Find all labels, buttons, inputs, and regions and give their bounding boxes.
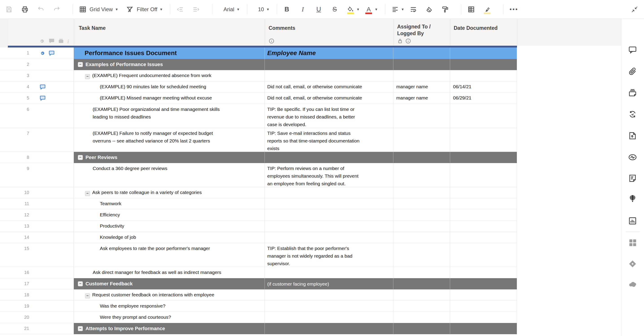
cell-comments[interactable]: TIP: Perform reviews on a number of empl… xyxy=(265,163,393,187)
collapse-toggle[interactable]: − xyxy=(78,326,83,331)
row-number[interactable]: 7 xyxy=(8,128,29,152)
cell-date[interactable] xyxy=(450,47,517,59)
cell-date[interactable] xyxy=(450,59,517,70)
cell-assigned[interactable]: manager name xyxy=(393,93,450,104)
cell-assigned[interactable] xyxy=(393,163,450,187)
row-number[interactable]: 8 xyxy=(8,152,29,163)
font-color-button[interactable]: A xyxy=(364,4,374,14)
row-number[interactable]: 3 xyxy=(8,70,29,81)
collapse-toggle[interactable]: − xyxy=(78,62,83,67)
cell-comments[interactable]: TIP: Save e-mail interactions and status… xyxy=(265,128,393,152)
cell-task-name[interactable]: Ask direct manager for feedback as well … xyxy=(74,267,265,278)
row-number[interactable]: 11 xyxy=(8,198,29,209)
row-number[interactable]: 20 xyxy=(8,312,29,323)
cell-date[interactable] xyxy=(450,267,517,278)
column-header-comments[interactable]: Comments xyxy=(268,25,295,31)
row-number[interactable]: 1 xyxy=(8,47,29,59)
cell-assigned[interactable] xyxy=(393,47,450,59)
cell-date[interactable]: 06/29/21 xyxy=(450,93,517,104)
column-divider[interactable] xyxy=(74,19,74,46)
collapse-toggle[interactable]: − xyxy=(78,155,83,160)
cell-date[interactable] xyxy=(450,323,517,334)
cell-assigned[interactable] xyxy=(393,59,450,70)
collapse-toggle[interactable]: − xyxy=(85,191,90,196)
row-number[interactable]: 5 xyxy=(8,93,29,104)
font-family-selector[interactable]: Arial xyxy=(224,6,234,12)
row-number[interactable]: 13 xyxy=(8,221,29,232)
column-header-assigned[interactable]: Assigned To / Logged By xyxy=(397,23,430,37)
chevron-down-icon[interactable]: ▼ xyxy=(160,7,163,11)
cell-assigned[interactable] xyxy=(393,221,450,232)
chevron-down-icon[interactable]: ▼ xyxy=(115,7,118,11)
conversations-icon[interactable] xyxy=(627,44,638,55)
cell-date[interactable] xyxy=(450,289,517,301)
apps-icon[interactable] xyxy=(627,237,638,248)
cell-task-name[interactable]: Were they prompt and courteous? xyxy=(74,312,265,323)
chevron-down-icon[interactable]: ▼ xyxy=(374,7,378,11)
cell-date[interactable] xyxy=(450,187,517,198)
cell-assigned[interactable] xyxy=(393,128,450,152)
cell-task-name[interactable]: (EXAMPLE) Missed manager meeting without… xyxy=(74,93,265,104)
cell-date[interactable] xyxy=(450,128,517,152)
cell-assigned[interactable] xyxy=(393,187,450,198)
cell-comments[interactable]: Employee Name xyxy=(265,47,393,59)
cell-comments[interactable] xyxy=(265,198,393,209)
attachment-icon[interactable] xyxy=(39,50,46,56)
highlight-button[interactable] xyxy=(482,4,492,14)
info-icon[interactable] xyxy=(405,38,411,44)
row-number[interactable]: 12 xyxy=(8,209,29,220)
premium-apps-icon[interactable] xyxy=(627,259,638,269)
cell-task-name[interactable]: −(EXAMPLE) Frequent undocumented absence… xyxy=(74,70,265,81)
cell-assigned[interactable] xyxy=(393,70,450,81)
cell-date[interactable] xyxy=(450,312,517,323)
underline-button[interactable]: U xyxy=(314,5,324,13)
cell-assigned[interactable] xyxy=(393,104,450,128)
cell-date[interactable] xyxy=(450,278,517,289)
cell-assigned[interactable] xyxy=(393,152,450,163)
cell-task-name[interactable]: (EXAMPLE) Failure to notify manager of e… xyxy=(74,128,265,152)
comment-icon[interactable] xyxy=(48,50,55,56)
cell-task-name[interactable]: −Ask peers to rate colleague in a variet… xyxy=(74,187,265,198)
wrap-text-button[interactable] xyxy=(408,4,418,14)
cell-date[interactable] xyxy=(450,221,517,232)
font-size-selector[interactable]: 10 xyxy=(258,6,264,12)
cell-date[interactable] xyxy=(450,243,517,267)
cell-comments[interactable] xyxy=(265,301,393,312)
italic-button[interactable]: I xyxy=(298,5,308,13)
cell-comments[interactable] xyxy=(265,323,393,334)
cell-comments[interactable] xyxy=(265,209,393,221)
collapse-toolbar-icon[interactable] xyxy=(630,4,640,14)
redo-button[interactable] xyxy=(52,4,62,14)
more-options-button[interactable]: ••• xyxy=(510,6,518,13)
sheet-summary-icon[interactable] xyxy=(627,173,638,184)
clear-formatting-button[interactable] xyxy=(424,4,434,14)
cell-assigned[interactable] xyxy=(393,289,450,301)
cell-task-name[interactable]: Teamwork xyxy=(74,198,265,209)
cell-assigned[interactable] xyxy=(393,323,450,334)
cell-comments[interactable]: Did not call, email, or otherwise commun… xyxy=(265,81,393,93)
chevron-down-icon[interactable]: ▼ xyxy=(236,7,240,11)
collapse-toggle[interactable]: − xyxy=(85,294,90,298)
cell-date[interactable] xyxy=(450,70,517,81)
save-button[interactable] xyxy=(4,4,14,14)
format-painter-button[interactable] xyxy=(440,4,450,14)
cell-task-name[interactable]: Ask employees to rate the poor performer… xyxy=(74,243,265,267)
cell-assigned[interactable]: manager name xyxy=(393,81,450,93)
cell-task-name[interactable]: Performance Issues Document xyxy=(74,47,265,59)
print-button[interactable] xyxy=(20,4,30,14)
cell-task-name[interactable]: (EXAMPLE) 90 minutes late for scheduled … xyxy=(74,81,265,93)
cell-date[interactable] xyxy=(450,209,517,221)
comment-icon[interactable] xyxy=(39,95,46,101)
column-divider[interactable] xyxy=(393,19,394,46)
row-number[interactable]: 9 xyxy=(8,163,29,187)
row-number[interactable]: 10 xyxy=(8,187,29,198)
cell-task-name[interactable]: Efficiency xyxy=(74,209,265,221)
cell-comments[interactable] xyxy=(265,232,393,243)
cell-comments[interactable] xyxy=(265,152,393,163)
cell-assigned[interactable] xyxy=(393,232,450,243)
collapse-toggle[interactable]: − xyxy=(85,74,90,79)
cell-date[interactable] xyxy=(450,163,517,187)
chevron-down-icon[interactable]: ▼ xyxy=(266,7,270,11)
cell-comments[interactable] xyxy=(265,267,393,278)
row-number[interactable]: 6 xyxy=(8,104,29,128)
